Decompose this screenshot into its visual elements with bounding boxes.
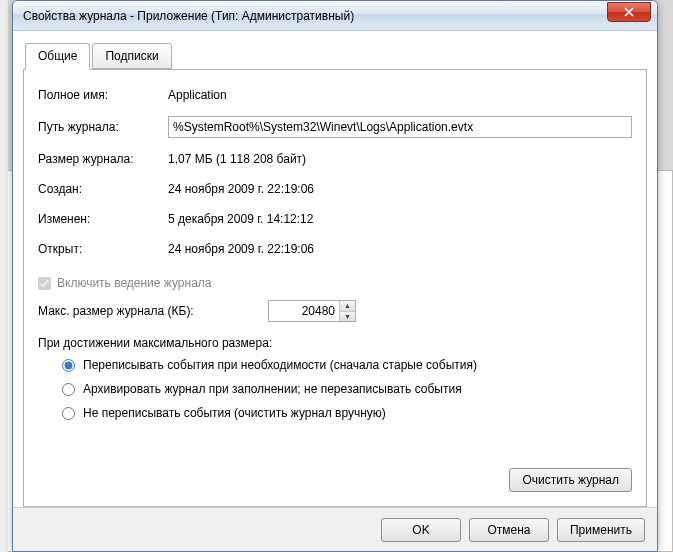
ok-button[interactable]: OK <box>381 518 461 542</box>
tabstrip: Общие Подписки <box>23 43 647 70</box>
value-created: 24 ноября 2009 г. 22:19:06 <box>168 182 632 196</box>
value-opened: 24 ноября 2009 г. 22:19:06 <box>168 242 632 256</box>
label-full-name: Полное имя: <box>38 88 168 102</box>
enable-logging-label: Включить ведение журнала <box>57 276 212 290</box>
close-icon <box>624 7 634 17</box>
max-size-spinner[interactable]: ▲ ▼ <box>268 300 356 322</box>
label-when-max: При достижении максимального размера: <box>38 336 632 350</box>
spacer <box>38 430 632 460</box>
value-modified: 5 декабря 2009 г. 14:12:12 <box>168 212 632 226</box>
value-full-name: Application <box>168 88 632 102</box>
clear-log-button[interactable]: Очистить журнал <box>509 468 632 492</box>
tab-general-label: Общие <box>38 49 77 63</box>
close-button[interactable] <box>607 2 651 22</box>
label-path: Путь журнала: <box>38 120 168 134</box>
cancel-button[interactable]: Отмена <box>469 518 549 542</box>
row-max-size: Макс. размер журнала (КБ): ▲ ▼ <box>38 300 632 322</box>
row-size: Размер журнала: 1,07 МБ (1 118 208 байт) <box>38 150 632 168</box>
enable-logging-checkbox <box>38 277 51 290</box>
label-size: Размер журнала: <box>38 152 168 166</box>
value-size: 1,07 МБ (1 118 208 байт) <box>168 152 632 166</box>
label-max-size: Макс. размер журнала (КБ): <box>38 304 268 318</box>
titlebar[interactable]: Свойства журнала - Приложение (Тип: Адми… <box>13 1 657 31</box>
row-opened: Открыт: 24 ноября 2009 г. 22:19:06 <box>38 240 632 258</box>
properties-dialog: Свойства журнала - Приложение (Тип: Адми… <box>12 0 658 552</box>
clear-button-row: Очистить журнал <box>38 468 632 492</box>
radio-overwrite[interactable] <box>62 359 75 372</box>
radio-overwrite-label: Переписывать события при необходимости (… <box>83 358 477 372</box>
row-path: Путь журнала: <box>38 116 632 138</box>
label-created: Создан: <box>38 182 168 196</box>
apply-button[interactable]: Применить <box>557 518 645 542</box>
radio-none-label: Не переписывать события (очистить журнал… <box>83 406 386 420</box>
max-size-input[interactable] <box>269 301 339 321</box>
tab-body: Полное имя: Application Путь журнала: Ра… <box>23 70 647 507</box>
tab-subscriptions[interactable]: Подписки <box>92 43 171 69</box>
dialog-footer: OK Отмена Применить <box>13 507 657 551</box>
spinner-down[interactable]: ▼ <box>340 312 355 322</box>
radio-row-none[interactable]: Не переписывать события (очистить журнал… <box>62 406 632 420</box>
row-modified: Изменен: 5 декабря 2009 г. 14:12:12 <box>38 210 632 228</box>
radio-archive[interactable] <box>62 383 75 396</box>
radio-none[interactable] <box>62 407 75 420</box>
radio-row-overwrite[interactable]: Переписывать события при необходимости (… <box>62 358 632 372</box>
radio-archive-label: Архивировать журнал при заполнении; не п… <box>83 382 462 396</box>
row-created: Создан: 24 ноября 2009 г. 22:19:06 <box>38 180 632 198</box>
radio-row-archive[interactable]: Архивировать журнал при заполнении; не п… <box>62 382 632 396</box>
label-opened: Открыт: <box>38 242 168 256</box>
spinner-up[interactable]: ▲ <box>340 301 355 312</box>
client-area: Общие Подписки Полное имя: Application П… <box>13 31 657 507</box>
path-input[interactable] <box>168 116 632 138</box>
radio-group-when-max: Переписывать события при необходимости (… <box>38 358 632 430</box>
background-strip <box>0 0 8 552</box>
tab-general[interactable]: Общие <box>25 43 90 70</box>
label-modified: Изменен: <box>38 212 168 226</box>
spinner-buttons: ▲ ▼ <box>339 301 355 321</box>
row-enable-logging: Включить ведение журнала <box>38 276 632 290</box>
row-full-name: Полное имя: Application <box>38 86 632 104</box>
tab-subscriptions-label: Подписки <box>105 49 158 63</box>
window-title: Свойства журнала - Приложение (Тип: Адми… <box>23 9 607 23</box>
